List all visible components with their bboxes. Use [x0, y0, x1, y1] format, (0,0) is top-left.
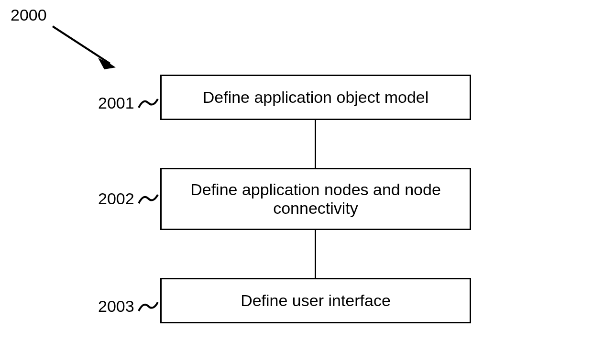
- step-1-ref: 2001: [98, 94, 134, 112]
- step-3-box: Define user interface: [160, 278, 471, 323]
- step-3-text: Define user interface: [241, 291, 391, 310]
- tilde-icon: [136, 297, 160, 316]
- connector-2-3: [315, 230, 316, 278]
- step-2-box: Define application nodes and node connec…: [160, 168, 471, 230]
- arrow-icon: [38, 22, 134, 79]
- connector-1-2: [315, 120, 316, 168]
- svg-marker-1: [98, 58, 116, 69]
- step-3-ref: 2003: [98, 297, 134, 316]
- tilde-icon: [136, 93, 160, 112]
- step-1-text: Define application object model: [203, 88, 429, 107]
- step-1-box: Define application object model: [160, 75, 471, 120]
- tilde-icon: [136, 189, 160, 208]
- step-2-text: Define application nodes and node connec…: [171, 180, 460, 218]
- svg-line-0: [53, 26, 110, 64]
- step-2-ref: 2002: [98, 189, 134, 208]
